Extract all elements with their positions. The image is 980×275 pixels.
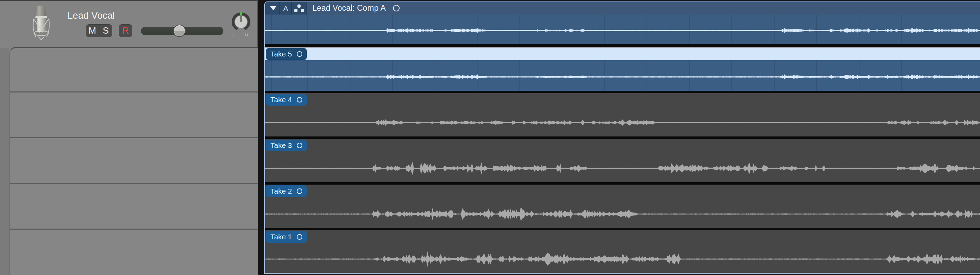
take-badge-label: Take 5 [270,50,292,58]
disclosure-button[interactable] [267,2,280,14]
lane-gap [265,91,980,93]
waveform-graphic [265,60,980,91]
comp-waveform [265,14,980,45]
take-lane-3[interactable]: Take 3 [265,139,980,182]
take-folder-title: Lead Vocal: Comp A [312,3,386,13]
record-enable-button[interactable]: R [119,24,132,37]
waveform-graphic [265,14,980,45]
lane-gap [265,45,980,48]
lane-separator [10,229,258,230]
lane-separator [10,183,258,184]
take-circle-icon [297,234,302,240]
take-3-waveform [265,152,980,182]
take-5-selected-strip [265,48,980,60]
take-3-badge[interactable]: Take 3 [266,140,307,151]
waveform-graphic [265,243,980,273]
waveform-graphic [265,197,980,228]
take-5-badge[interactable]: Take 5 [266,48,307,60]
solo-button[interactable]: S [99,24,112,37]
take-5-waveform [265,60,980,91]
take-badge-label: Take 2 [270,187,292,196]
take-1-badge[interactable]: Take 1 [266,231,307,243]
pan-right-label: R [245,32,249,37]
mute-solo-button-group: M S [86,24,112,37]
comp-group-label: A [283,4,288,13]
take-lane-1[interactable]: Take 1 [265,230,980,273]
take-lane-2[interactable]: Take 2 [265,184,980,228]
take-lane-5[interactable]: Take 5 [265,48,980,91]
track-name[interactable]: Lead Vocal [67,10,115,21]
lane-gap [265,137,980,139]
volume-slider-thumb[interactable] [173,25,186,37]
lane-separator [10,137,258,138]
take-2-waveform [265,197,980,228]
waveform-graphic [265,152,980,182]
take-lane-4[interactable]: Take 4 [265,93,980,137]
lane-gap [265,228,980,230]
microphone-track-icon[interactable] [31,5,51,41]
comp-circle-icon [393,5,399,11]
lane-gap [265,182,980,184]
take-4-badge[interactable]: Take 4 [266,94,307,106]
take-folder: A Lead Vocal: Comp A Take 5 [264,1,980,274]
volume-slider[interactable] [141,27,223,35]
take-folder-header[interactable]: A Lead Vocal: Comp A [265,1,980,14]
logic-take-folder-view: Lead Vocal M S R L R [0,0,980,275]
take-4-waveform [265,106,980,137]
take-badge-label: Take 3 [270,141,292,149]
track-lanes-panel[interactable] [10,47,258,275]
pan-left-label: L [232,32,235,37]
take-circle-icon [297,143,302,148]
waveform-graphic [265,106,980,137]
panel-left-margin [0,48,10,275]
take-circle-icon [297,51,302,57]
take-badge-label: Take 4 [270,95,292,104]
take-badge-label: Take 1 [270,233,292,241]
disclosure-triangle-icon [270,6,276,10]
take-folder-icon [294,4,304,13]
take-folder-icon-button[interactable] [292,2,307,14]
lane-separator [10,91,258,92]
comp-group-button[interactable]: A [280,2,292,14]
mute-button[interactable]: M [86,24,99,37]
track-header-panel[interactable]: Lead Vocal M S R L R [0,0,258,275]
take-2-badge[interactable]: Take 2 [266,185,307,197]
take-1-waveform [265,243,980,273]
take-circle-icon [297,97,302,103]
header-button-cells: A [265,2,307,14]
comp-lane[interactable] [265,14,980,45]
take-circle-icon [297,188,302,194]
pan-knob[interactable] [231,11,251,33]
